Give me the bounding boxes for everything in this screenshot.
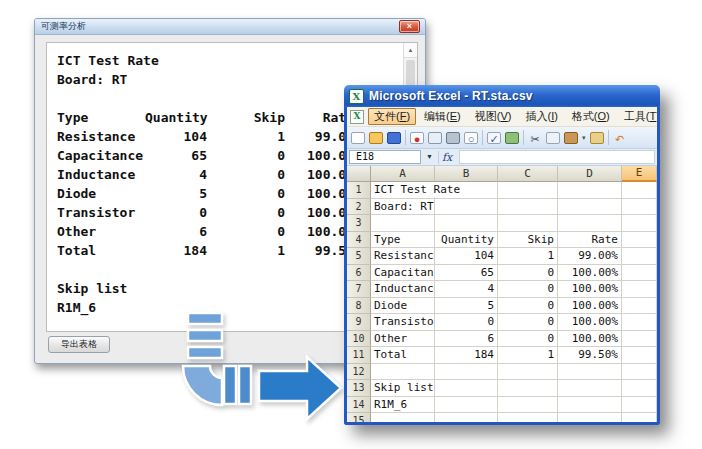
row-header-6[interactable]: 6 [347,265,371,282]
grid-cell[interactable] [498,380,558,397]
grid-cell[interactable]: 0 [498,314,558,331]
name-box[interactable]: E18 [349,150,421,164]
grid-cell[interactable]: Skip [498,232,558,249]
print-preview-icon[interactable]: ○ [464,132,478,144]
grid-cell[interactable] [622,364,657,381]
row-header-9[interactable]: 9 [347,314,371,331]
grid-cell[interactable]: R1M_6 [371,397,435,414]
grid-cell[interactable]: 0 [498,281,558,298]
menu-item[interactable]: 插入(I) [519,108,563,125]
grid-cell[interactable]: Inductance [371,281,435,298]
grid-cell[interactable] [622,199,657,216]
row-header-3[interactable]: 3 [347,215,371,232]
undo-icon[interactable]: ↶ [613,132,627,144]
menu-item[interactable]: 视图(V) [469,108,518,125]
research-icon[interactable] [505,132,519,144]
grid-cell[interactable]: 1 [498,347,558,364]
row-header-13[interactable]: 13 [347,380,371,397]
menu-item[interactable]: 工具(T) [618,108,657,125]
column-header-C[interactable]: C [498,166,558,182]
grid-cell[interactable] [622,314,657,331]
grid-cell[interactable]: 104 [435,248,498,265]
email-icon[interactable] [428,132,442,144]
scrollbar-up-icon[interactable]: ▲ [404,43,417,58]
excel-titlebar[interactable]: X Microsoft Excel - RT.sta.csv [344,85,660,107]
grid-cell[interactable] [435,199,498,216]
row-header-5[interactable]: 5 [347,248,371,265]
grid-cell[interactable] [435,215,498,232]
row-header-8[interactable]: 8 [347,298,371,315]
row-header-10[interactable]: 10 [347,331,371,348]
grid-cell[interactable]: Rate [558,232,622,249]
grid-cell[interactable] [558,199,622,216]
grid-cell[interactable]: Quantity [435,232,498,249]
row-header-15[interactable]: 15 [347,413,371,422]
close-icon[interactable]: × [399,20,420,33]
grid-cell[interactable]: 0 [498,331,558,348]
paste-icon[interactable] [564,132,578,144]
grid-cell[interactable]: ICT Test Rate [371,182,435,199]
workbook-icon[interactable]: X [350,110,364,124]
grid-cell[interactable]: Capacitance [371,265,435,282]
fx-icon[interactable]: fx [438,151,457,164]
grid-cell[interactable] [558,397,622,414]
format-painter-icon[interactable] [590,132,604,144]
spelling-icon[interactable]: ✓ [487,132,501,144]
grid-cell[interactable] [558,413,622,422]
save-icon[interactable] [387,132,401,144]
menu-item[interactable]: 编辑(E) [418,108,467,125]
grid-cell[interactable]: 100.00% [558,314,622,331]
name-box-dropdown-icon[interactable]: ▼ [423,151,436,163]
column-header-E[interactable]: E [622,166,657,182]
grid-cell[interactable]: 100.00% [558,265,622,282]
new-document-icon[interactable] [351,132,365,144]
grid-cell[interactable] [371,413,435,422]
grid-cell[interactable] [498,413,558,422]
grid-cell[interactable]: 100.00% [558,281,622,298]
grid-cell[interactable] [435,413,498,422]
grid-cell[interactable] [622,347,657,364]
print-icon[interactable] [446,132,460,144]
scrollbar-thumb[interactable] [406,60,415,86]
menu-item[interactable]: 文件(F) [368,108,416,125]
grid-cell[interactable]: Resistance [371,248,435,265]
row-header-1[interactable]: 1 [347,182,371,199]
column-header-D[interactable]: D [558,166,622,182]
grid-cell[interactable] [558,364,622,381]
formula-input[interactable] [459,150,655,164]
grid-cell[interactable] [435,397,498,414]
export-table-button[interactable]: 导出表格 [48,336,110,353]
grid-cell[interactable]: Board: RT [371,199,435,216]
grid-cell[interactable]: 5 [435,298,498,315]
grid-cell[interactable] [622,413,657,422]
permission-icon[interactable]: ● [410,132,424,144]
grid-cell[interactable]: Diode [371,298,435,315]
grid-cell[interactable]: 65 [435,265,498,282]
row-header-12[interactable]: 12 [347,364,371,381]
grid-cell[interactable]: Transistor [371,314,435,331]
grid-cell[interactable]: Other [371,331,435,348]
grid-cell[interactable] [622,397,657,414]
column-header-A[interactable]: A [371,166,435,182]
grid-cell[interactable] [622,298,657,315]
grid-cell[interactable]: 4 [435,281,498,298]
grid-cell[interactable]: 184 [435,347,498,364]
grid-cell[interactable] [498,199,558,216]
grid-cell[interactable] [622,232,657,249]
grid-cell[interactable]: 99.00% [558,248,622,265]
select-all-corner[interactable] [347,166,371,182]
grid-cell[interactable]: 100.00% [558,298,622,315]
grid-cell[interactable] [622,281,657,298]
grid-cell[interactable] [622,215,657,232]
grid-cell[interactable] [498,397,558,414]
grid-cell[interactable] [435,380,498,397]
grid-cell[interactable]: 0 [435,314,498,331]
grid-cell[interactable] [558,380,622,397]
grid-cell[interactable] [622,182,657,199]
grid-cell[interactable]: 0 [498,265,558,282]
grid-cell[interactable]: Total [371,347,435,364]
cut-icon[interactable]: ✂ [528,132,542,144]
grid-cell[interactable]: 99.50% [558,347,622,364]
grid-cell[interactable]: 6 [435,331,498,348]
grid-cell[interactable]: 100.00% [558,331,622,348]
